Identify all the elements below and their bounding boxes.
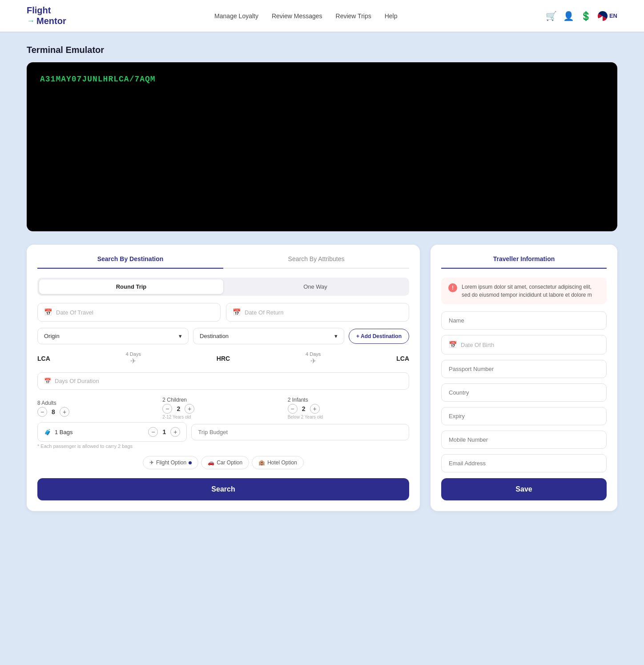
dob-calendar-icon: 📅 bbox=[449, 341, 457, 349]
route-row: LCA 4 Days ✈ HRC 4 Days ✈ LCA bbox=[37, 351, 409, 365]
main-content: Terminal Emulator A31MAY07JUNLHRLCA/7AQM… bbox=[0, 32, 644, 538]
one-way-button[interactable]: One Way bbox=[223, 279, 407, 294]
save-button[interactable]: Save bbox=[441, 478, 607, 500]
days-of-duration-field[interactable]: 📅 Days Of Duration bbox=[37, 372, 409, 390]
adults-decrement-button[interactable]: − bbox=[37, 407, 47, 417]
infants-increment-button[interactable]: + bbox=[310, 404, 320, 414]
bags-note: * Each passenger is allowed to carry 2 b… bbox=[37, 443, 409, 449]
children-increment-button[interactable]: + bbox=[185, 404, 194, 414]
trip-type-toggle: Round Trip One Way bbox=[37, 278, 409, 296]
date-of-return-field[interactable]: 📅 Date Of Return bbox=[226, 303, 409, 322]
adults-increment-button[interactable]: + bbox=[60, 407, 69, 417]
infants-counter: − 2 + bbox=[288, 404, 409, 414]
infants-group: 2 Infants − 2 + Below 2 Years old bbox=[288, 397, 409, 419]
bags-increment-button[interactable]: + bbox=[170, 427, 180, 437]
alert-box: ! Lorem ipsum dolor sit amet, consectetu… bbox=[441, 278, 607, 304]
passenger-row: 8 Adults − 8 + 2 Children − 2 + 2-12 bbox=[37, 397, 409, 419]
add-destination-button[interactable]: + Add Destination bbox=[349, 329, 409, 344]
infants-label: 2 Infants bbox=[288, 397, 409, 403]
hotel-option-label: Hotel Option bbox=[267, 459, 297, 466]
route-mid: HRC bbox=[217, 355, 230, 362]
bags-decrement-button[interactable]: − bbox=[148, 427, 158, 437]
infants-decrement-button[interactable]: − bbox=[288, 404, 298, 414]
logo[interactable]: Flight → Mentor bbox=[27, 5, 66, 26]
route-end: LCA bbox=[396, 355, 409, 362]
origin-select[interactable]: Origin ▾ bbox=[37, 328, 189, 344]
expiry-input[interactable] bbox=[441, 407, 607, 425]
search-button[interactable]: Search bbox=[37, 478, 409, 500]
plane-icon-2: ✈ bbox=[310, 357, 316, 365]
children-label: 2 Children bbox=[162, 397, 284, 403]
alert-icon: ! bbox=[448, 283, 457, 292]
origin-chevron-icon: ▾ bbox=[179, 333, 182, 339]
route-segment-1: 4 Days ✈ bbox=[54, 351, 213, 365]
traveller-tabs: Traveller Information bbox=[441, 255, 607, 269]
adults-label: 8 Adults bbox=[37, 400, 159, 406]
destination-row: Origin ▾ Destination ▾ + Add Destination bbox=[37, 328, 409, 344]
user-icon[interactable]: 👤 bbox=[563, 11, 574, 21]
origin-label: Origin bbox=[44, 333, 60, 339]
navbar: Flight → Mentor Manage Loyalty Review Me… bbox=[0, 0, 644, 32]
date-row: 📅 Date Of Travel 📅 Date Of Return bbox=[37, 303, 409, 322]
bags-label: 1 Bags bbox=[55, 429, 72, 435]
duration-icon: 📅 bbox=[44, 378, 51, 384]
country-input[interactable] bbox=[441, 383, 607, 402]
flag-icon bbox=[598, 11, 608, 21]
car-option-label: Car Option bbox=[217, 459, 242, 466]
bags-icon: 🧳 bbox=[44, 429, 51, 435]
route-days-1: 4 Days bbox=[126, 351, 141, 357]
bags-field: 🧳 1 Bags − 1 + bbox=[37, 422, 187, 442]
adults-group: 8 Adults − 8 + bbox=[37, 400, 159, 417]
infants-sub-label: Below 2 Years old bbox=[288, 415, 409, 419]
terminal-output: A31MAY07JUNLHRLCA/7AQM bbox=[40, 75, 156, 84]
flight-option-pill[interactable]: ✈ Flight Option bbox=[143, 456, 198, 469]
dollar-icon[interactable]: 💲 bbox=[580, 11, 592, 21]
tab-search-by-attributes[interactable]: Search By Attributes bbox=[223, 255, 409, 269]
mobile-number-input[interactable] bbox=[441, 431, 607, 449]
adults-counter: − 8 + bbox=[37, 407, 159, 417]
alert-text: Lorem ipsum dolor sit amet, consectetur … bbox=[462, 283, 600, 299]
route-start: LCA bbox=[37, 355, 50, 362]
cart-icon[interactable]: 🛒 bbox=[546, 11, 557, 21]
date-of-travel-field[interactable]: 📅 Date Of Travel bbox=[37, 303, 221, 322]
destination-label: Destination bbox=[200, 333, 229, 339]
trip-budget-input[interactable] bbox=[191, 424, 409, 440]
search-tabs: Search By Destination Search By Attribut… bbox=[37, 255, 409, 269]
email-address-input[interactable] bbox=[441, 454, 607, 472]
nav-review-trips[interactable]: Review Trips bbox=[336, 12, 371, 20]
tab-traveller-information[interactable]: Traveller Information bbox=[441, 255, 607, 269]
hotel-option-pill[interactable]: 🏨 Hotel Option bbox=[252, 456, 304, 469]
terminal-emulator[interactable]: A31MAY07JUNLHRLCA/7AQM bbox=[27, 62, 617, 231]
nav-links: Manage Loyalty Review Messages Review Tr… bbox=[214, 12, 397, 20]
lang-label: EN bbox=[609, 12, 617, 19]
hotel-option-icon: 🏨 bbox=[258, 459, 265, 466]
route-days-2: 4 Days bbox=[306, 351, 321, 357]
name-input[interactable] bbox=[441, 311, 607, 330]
language-selector[interactable]: EN bbox=[598, 11, 617, 21]
car-option-pill[interactable]: 🚗 Car Option bbox=[201, 456, 249, 469]
nav-manage-loyalty[interactable]: Manage Loyalty bbox=[214, 12, 258, 20]
children-sub-label: 2-12 Years old bbox=[162, 415, 284, 419]
tab-search-by-destination[interactable]: Search By Destination bbox=[37, 255, 223, 269]
calendar-return-icon: 📅 bbox=[233, 308, 241, 316]
logo-arrow-icon: → bbox=[27, 16, 35, 26]
flight-option-dot bbox=[189, 461, 192, 464]
round-trip-button[interactable]: Round Trip bbox=[39, 279, 223, 294]
nav-help[interactable]: Help bbox=[385, 12, 398, 20]
children-decrement-button[interactable]: − bbox=[162, 404, 172, 414]
car-option-icon: 🚗 bbox=[208, 459, 214, 466]
children-counter: − 2 + bbox=[162, 404, 284, 414]
flight-option-icon: ✈ bbox=[149, 459, 154, 466]
bags-value: 1 bbox=[161, 428, 168, 435]
add-destination-label: + Add Destination bbox=[356, 333, 402, 339]
form-section: Search By Destination Search By Attribut… bbox=[27, 245, 617, 511]
logo-text-flight: Flight → Mentor bbox=[27, 5, 66, 26]
nav-review-messages[interactable]: Review Messages bbox=[272, 12, 322, 20]
passport-number-input[interactable] bbox=[441, 360, 607, 378]
destination-chevron-icon: ▾ bbox=[334, 333, 338, 339]
destination-select[interactable]: Destination ▾ bbox=[193, 328, 344, 344]
bags-budget-row: 🧳 1 Bags − 1 + bbox=[37, 422, 409, 442]
children-value: 2 bbox=[175, 405, 182, 412]
traveller-card: Traveller Information ! Lorem ipsum dolo… bbox=[431, 245, 617, 511]
date-of-birth-field[interactable]: 📅 Date Of Birth bbox=[441, 335, 607, 355]
